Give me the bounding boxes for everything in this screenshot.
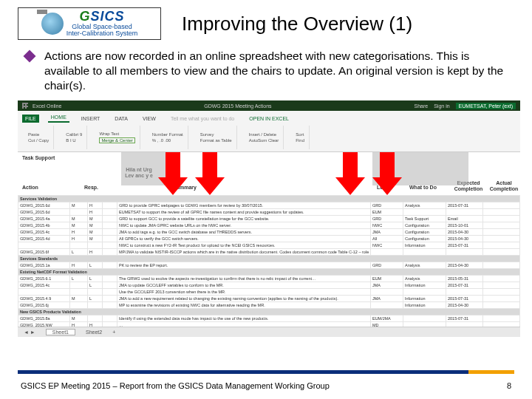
- gsics-logo: GSICS Global Space-based Inter-Calibrati…: [18, 7, 161, 40]
- red-arrow-4: [372, 152, 402, 197]
- rb-numctl[interactable]: % , .0 .00: [152, 138, 183, 143]
- ribbon-body: PasteCut / Copy Calibri 9B I U Wrap Text…: [18, 123, 520, 152]
- bullet-icon: [24, 50, 36, 63]
- tell-me-input[interactable]: Tell me what you want to do: [168, 115, 237, 123]
- slide: GSICS Global Space-based Inter-Calibrati…: [0, 0, 532, 399]
- rb-find[interactable]: Find: [296, 138, 304, 143]
- bullet-text: Actions are now recorded in an online sp…: [44, 49, 514, 93]
- hdr-resp: Resp.: [84, 185, 98, 190]
- table-row[interactable]: GDWG_2015.6dHEUMETSAT to support the rev…: [18, 209, 520, 216]
- hdr-task: Task Support: [22, 155, 55, 160]
- table-row[interactable]: GDWG_2015.4cLJMA to update GCC/LEFF vari…: [18, 282, 520, 289]
- table-row[interactable]: GDWG_2015.8aMIdentify if using the exten…: [18, 316, 520, 322]
- rb-biub[interactable]: B I U: [66, 138, 82, 143]
- red-arrow-2: [195, 152, 225, 197]
- excel-ribbon: FILE HOME INSERT DATA VIEW Tell me what …: [18, 111, 520, 152]
- bullet-row: Actions are now recorded in an online sp…: [25, 49, 514, 93]
- rb-wrap[interactable]: Wrap Text: [99, 132, 134, 136]
- excel-statusbar: ◄ ► Sheet1 Sheet2 +: [18, 327, 520, 337]
- share-button[interactable]: Share: [415, 103, 429, 109]
- red-arrow-3: [335, 152, 365, 197]
- tab-home[interactable]: HOME: [48, 113, 69, 123]
- ribbon-tabs: FILE HOME INSERT DATA VIEW Tell me what …: [18, 111, 520, 123]
- red-arrow-1: [158, 152, 188, 197]
- table-row[interactable]: GDWG_2015.1aHLPK to review the EP report…: [18, 262, 520, 269]
- tab-data[interactable]: DATA: [112, 115, 131, 123]
- sheet-tab-2[interactable]: Sheet2: [86, 330, 102, 335]
- hdr-action: Action: [22, 185, 38, 190]
- rb-insdel[interactable]: Insert / Delete: [249, 132, 279, 137]
- tab-insert[interactable]: INSERT: [78, 115, 103, 123]
- excel-screenshot: Excel Online GDWG 2015 Meeting Actions S…: [18, 100, 520, 337]
- rb-cutcopy[interactable]: Cut / Copy: [28, 138, 49, 143]
- excel-titlebar: Excel Online GDWG 2015 Meeting Actions S…: [18, 100, 520, 111]
- table-row[interactable]: GDWG_2015.4dHMAll GPRCs to verify the GC…: [18, 236, 520, 242]
- footer-text: GSICS EP Meeting 2015 – Report from the …: [21, 381, 330, 390]
- tab-view[interactable]: VIEW: [140, 115, 159, 123]
- rb-paste[interactable]: Paste: [28, 132, 49, 137]
- slide-title: Improving the Overview (1): [182, 13, 412, 35]
- logo-acronym: SICS: [90, 9, 124, 24]
- hdr-actcomp: Actual Completion: [488, 180, 520, 191]
- rb-fattable[interactable]: Format as Table: [200, 138, 232, 143]
- rb-sort[interactable]: Sort: [296, 132, 304, 137]
- signin-link[interactable]: Sign in: [434, 103, 449, 109]
- rb-survey[interactable]: Survey: [200, 132, 232, 137]
- table-row[interactable]: NWC to construct a new FY2-IR Test produ…: [18, 242, 520, 249]
- table-row[interactable]: GDWG_2015.6dMHGRD to provide GPRC webpag…: [18, 202, 520, 209]
- footer-rule: [18, 370, 514, 374]
- table-row[interactable]: GDWG_2015.4cHMJMA to add tags e.g. to th…: [18, 229, 520, 236]
- footer-accent: [468, 370, 514, 374]
- table-row[interactable]: Use the GCC/LEFF 2013 convention when th…: [18, 289, 520, 296]
- page-number: 8: [507, 381, 511, 390]
- rb-sumclr[interactable]: AutoSum Clear: [249, 138, 279, 143]
- tab-file[interactable]: FILE: [22, 115, 39, 123]
- table-row[interactable]: GDWG_2015.4bMMNWC to update JMA GPRC web…: [18, 222, 520, 229]
- hdr-whatto: What to Do: [409, 185, 437, 190]
- user-chip[interactable]: EUMETSAT, Peter (ext): [456, 103, 516, 109]
- logo-line3: Inter-Calibration System: [66, 30, 138, 37]
- table-row[interactable]: GDWG_2015.4.9MLJMA to add a new requirem…: [18, 296, 520, 302]
- table-row[interactable]: GDWG_2015.6fLHMP/JMA to validate NISTIR-…: [18, 249, 520, 256]
- action-table[interactable]: Services ValidationGDWG_2015.6dMHGRD to …: [18, 195, 520, 327]
- header-row: GSICS Global Space-based Inter-Calibrati…: [18, 7, 514, 40]
- rb-numfmt[interactable]: Number Format: [152, 132, 183, 137]
- rb-merge[interactable]: Merge & Center: [99, 137, 134, 143]
- globe-icon: [41, 13, 64, 35]
- table-row[interactable]: GDWG_2015.6.1LLThe GRWG used to evolve t…: [18, 276, 520, 282]
- table-row[interactable]: GDWG_2015.6jMP to examine the revisions …: [18, 302, 520, 309]
- sheet-tab-1[interactable]: Sheet1: [46, 329, 75, 335]
- open-in-excel[interactable]: OPEN IN EXCEL: [246, 115, 292, 123]
- rb-font[interactable]: Calibri 9: [66, 132, 82, 137]
- waffle-icon[interactable]: [22, 103, 28, 109]
- excel-docname: GDWG 2015 Meeting Actions: [204, 103, 271, 109]
- excel-brand: Excel Online: [33, 103, 61, 109]
- table-row[interactable]: GDWG_2015.4aMMGRD to support GCC to prov…: [18, 216, 520, 222]
- add-sheet[interactable]: +: [112, 330, 115, 335]
